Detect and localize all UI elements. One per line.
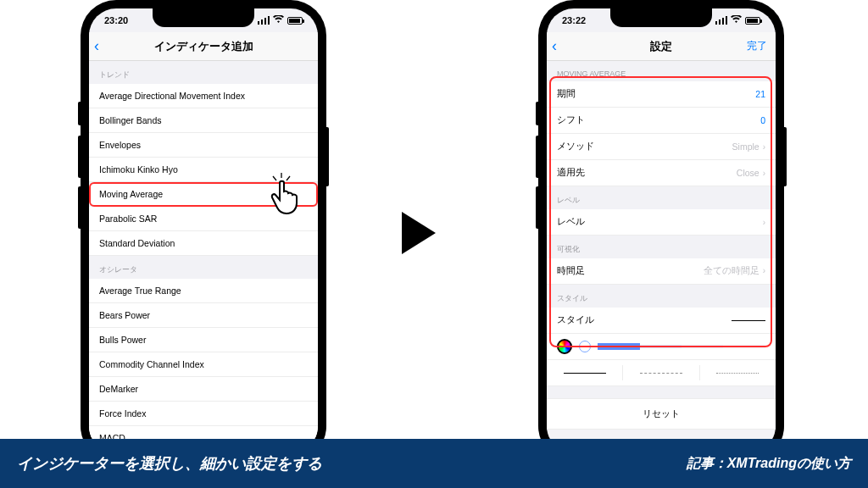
back-button[interactable]: ‹ xyxy=(552,37,557,55)
chevron-right-icon: › xyxy=(763,169,765,178)
row-level[interactable]: レベル › xyxy=(547,209,776,236)
svg-line-0 xyxy=(273,176,276,180)
list-item[interactable]: Force Index xyxy=(89,402,318,426)
row-timeframe[interactable]: 時間足 全ての時間足› xyxy=(547,258,776,285)
notch xyxy=(610,8,712,27)
nav-title: インディケータ追加 xyxy=(154,39,253,54)
nav-bar: ‹ インディケータ追加 xyxy=(89,32,318,61)
chevron-right-icon: › xyxy=(763,142,765,152)
section-header-oscillator: オシレータ xyxy=(89,256,318,279)
phone-left: 23:20 ‹ インディケータ追加 トレンド Average Direction… xyxy=(81,0,326,462)
footer-caption: インジケーターを選択し、細かい設定をする xyxy=(17,453,322,474)
line-style-segmented[interactable] xyxy=(547,360,776,386)
section-header-trend: トレンド xyxy=(89,61,318,84)
row-period[interactable]: 期間 21 xyxy=(547,81,776,108)
back-button[interactable]: ‹ xyxy=(94,37,99,55)
chevron-right-icon: › xyxy=(763,266,765,275)
color-swatch[interactable] xyxy=(579,341,591,352)
nav-title: 設定 xyxy=(650,39,672,54)
list-item[interactable]: Envelopes xyxy=(89,133,318,158)
cellular-icon xyxy=(715,16,728,25)
section-header-level: レベル xyxy=(547,186,776,209)
line-style-dotted[interactable] xyxy=(700,365,776,380)
section-header-style: スタイル xyxy=(547,285,776,308)
line-style-dashed[interactable] xyxy=(623,365,699,380)
done-button[interactable]: 完了 xyxy=(747,39,767,53)
battery-icon xyxy=(745,17,760,25)
section-header-visible: 可視化 xyxy=(547,236,776,258)
battery-icon xyxy=(287,17,303,25)
line-style-solid[interactable] xyxy=(547,365,623,380)
phone-right: 23:22 ‹ 設定 完了 MOVING AVERAGE 期間 21 xyxy=(538,0,784,462)
color-thickness-row[interactable] xyxy=(547,334,776,360)
svg-line-2 xyxy=(287,176,290,180)
arrow-right-icon xyxy=(402,212,436,254)
footer-source: 記事：XMTradingの使い方 xyxy=(687,455,851,473)
clock: 23:20 xyxy=(104,15,128,25)
list-item[interactable]: Average Directional Movement Index xyxy=(89,84,318,108)
row-style[interactable]: スタイル xyxy=(547,308,776,334)
wifi-icon xyxy=(273,15,284,25)
thickness-slider[interactable] xyxy=(598,345,765,348)
nav-bar: ‹ 設定 完了 xyxy=(547,32,776,61)
list-item[interactable]: Commodity Channel Index xyxy=(89,352,318,377)
section-header-ma: MOVING AVERAGE xyxy=(547,61,776,81)
row-method[interactable]: メソッド Simple› xyxy=(547,134,776,160)
line-sample-icon xyxy=(732,320,765,321)
list-item[interactable]: Bulls Power xyxy=(89,328,318,352)
list-item[interactable]: Standard Deviation xyxy=(89,231,318,256)
clock: 23:22 xyxy=(562,15,586,25)
list-item[interactable]: Bears Power xyxy=(89,303,318,328)
cellular-icon xyxy=(258,16,270,25)
footer-banner: インジケーターを選択し、細かい設定をする 記事：XMTradingの使い方 xyxy=(0,439,868,488)
chevron-right-icon: › xyxy=(763,218,765,227)
list-item[interactable]: Average True Range xyxy=(89,279,318,303)
color-picker-icon[interactable] xyxy=(557,339,572,354)
reset-button[interactable]: リセット xyxy=(547,398,776,430)
notch xyxy=(153,8,254,27)
row-shift[interactable]: シフト 0 xyxy=(547,108,776,134)
list-item[interactable]: Bollinger Bands xyxy=(89,108,318,133)
row-apply[interactable]: 適用先 Close› xyxy=(547,160,776,186)
finger-cursor-icon xyxy=(263,171,309,221)
list-item[interactable]: DeMarker xyxy=(89,377,318,402)
wifi-icon xyxy=(731,15,742,25)
